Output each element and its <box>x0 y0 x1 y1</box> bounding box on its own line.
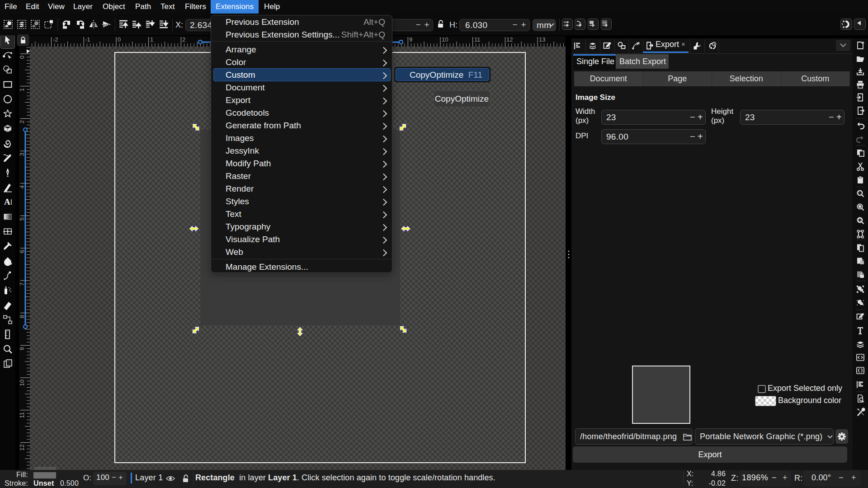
svg-text:4: 4 <box>19 185 25 188</box>
svg-text:13: 13 <box>539 36 545 43</box>
svg-text:9: 9 <box>19 347 25 350</box>
svg-text:8: 8 <box>19 315 25 318</box>
svg-text:10: 10 <box>19 380 25 386</box>
svg-text:5: 5 <box>19 217 25 221</box>
svg-text:11: 11 <box>474 36 481 43</box>
svg-text:1: 1 <box>19 88 25 91</box>
svg-text:A: A <box>4 197 10 206</box>
svg-text:12: 12 <box>19 444 25 450</box>
svg-text:9: 9 <box>409 36 412 43</box>
svg-text:0: 0 <box>118 36 121 43</box>
svg-text:-2: -2 <box>53 36 58 43</box>
svg-text:11: 11 <box>19 412 25 418</box>
svg-text:1: 1 <box>150 36 153 43</box>
svg-text:2: 2 <box>19 120 25 123</box>
svg-text:6: 6 <box>19 250 25 253</box>
svg-text:3: 3 <box>19 153 25 156</box>
svg-text:-1: -1 <box>85 36 90 43</box>
svg-text:2: 2 <box>182 36 185 43</box>
svg-text:12: 12 <box>506 36 513 43</box>
svg-text:7: 7 <box>19 282 25 286</box>
svg-text:10: 10 <box>442 36 448 43</box>
svg-text:0: 0 <box>19 56 25 59</box>
